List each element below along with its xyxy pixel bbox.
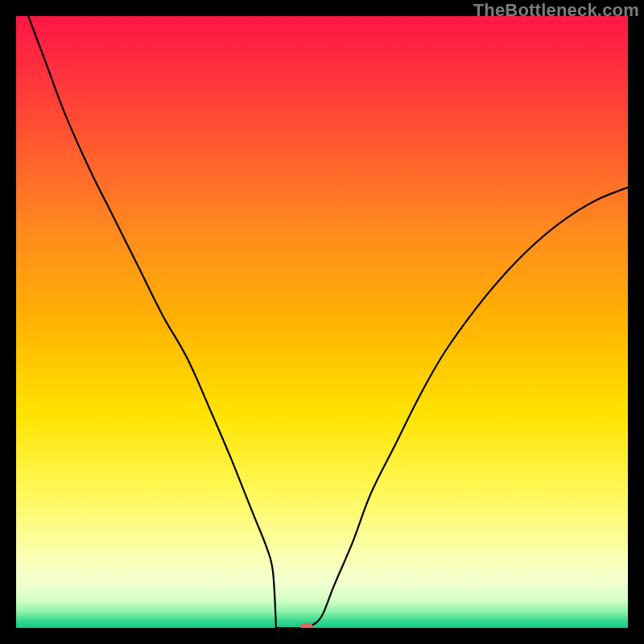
bottleneck-chart [16, 16, 628, 628]
chart-frame [16, 16, 628, 628]
watermark-text: TheBottleneck.com [473, 0, 639, 21]
gradient-background [16, 16, 628, 628]
